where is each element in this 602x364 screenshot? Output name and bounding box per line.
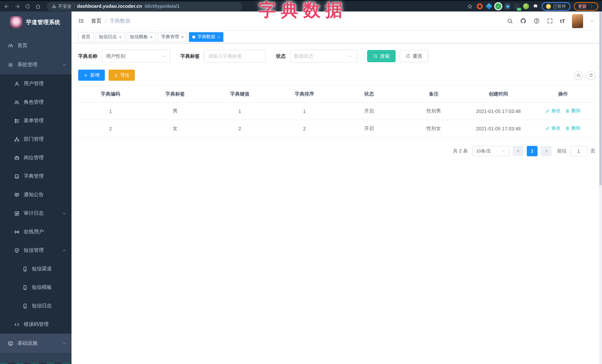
dict-name-value: 用户性别 bbox=[106, 53, 125, 59]
tab-首页[interactable]: 首页 bbox=[78, 32, 94, 42]
org-tree-icon bbox=[14, 136, 20, 142]
collapse-sidebar-icon[interactable] bbox=[78, 18, 85, 24]
extension-blue-gem-icon[interactable] bbox=[486, 3, 492, 10]
tab-短信日志[interactable]: 短信日志× bbox=[96, 32, 125, 42]
cell-label: 女 bbox=[143, 120, 207, 137]
sidebar-item-label: 岗位管理 bbox=[24, 154, 44, 161]
browser-forward-icon[interactable] bbox=[13, 2, 22, 11]
warning-icon bbox=[52, 4, 56, 9]
scrollbar-thumb[interactable] bbox=[599, 11, 602, 186]
dict-label-label: 字典标签 bbox=[180, 53, 200, 59]
sidebar-item[interactable]: 短信管理 bbox=[0, 241, 72, 260]
sidebar-item[interactable]: 角色管理 bbox=[0, 93, 72, 112]
cell-status: 开启 bbox=[337, 102, 401, 120]
browser-menu-icon[interactable]: ⋮ bbox=[590, 4, 594, 9]
sidebar-item[interactable]: 岗位管理 bbox=[0, 148, 72, 167]
address-bar[interactable]: 不安全 dashboard.yudao.iocoder.cn/dict/type… bbox=[47, 2, 242, 11]
sidebar-item[interactable]: 基础设施 bbox=[0, 334, 72, 353]
sidebar-item[interactable]: 部门管理 bbox=[0, 130, 72, 148]
sidebar-item[interactable]: 错误码管理 bbox=[0, 315, 72, 334]
security-warning[interactable]: 不安全 bbox=[52, 3, 72, 10]
sidebar-item[interactable]: 系统管理 bbox=[0, 55, 72, 74]
search-icon[interactable] bbox=[507, 18, 513, 24]
delete-link[interactable]: 删除 bbox=[566, 125, 581, 132]
update-browser-pill[interactable]: 更新 ⋮ bbox=[574, 2, 598, 10]
sidebar-item[interactable]: 通知公告 bbox=[0, 186, 72, 204]
browser-home-icon[interactable] bbox=[33, 2, 42, 11]
add-button[interactable]: 新增 bbox=[78, 70, 105, 81]
status-placeholder: 数据状态 bbox=[294, 53, 313, 59]
close-tab-icon[interactable]: × bbox=[150, 35, 153, 39]
sidebar-item[interactable]: 审计日志 bbox=[0, 204, 72, 223]
goto-page-input[interactable] bbox=[570, 146, 587, 156]
browser-back-icon[interactable] bbox=[2, 2, 11, 11]
extension-proxy-icon[interactable]: on bbox=[514, 3, 520, 9]
search-icon bbox=[373, 54, 378, 59]
font-size-icon[interactable]: tT bbox=[560, 18, 565, 24]
extension-orange-ring-icon[interactable] bbox=[477, 3, 483, 9]
bookmark-star-icon[interactable] bbox=[466, 3, 473, 10]
user-avatar[interactable] bbox=[572, 14, 583, 28]
edit-link[interactable]: 修改 bbox=[546, 125, 561, 132]
close-tab-icon[interactable]: × bbox=[181, 35, 184, 39]
sidebar-item[interactable]: 短信日志 bbox=[0, 297, 72, 315]
extension-green-check-icon[interactable]: ✓ bbox=[495, 3, 501, 9]
extensions-puzzle-icon[interactable] bbox=[532, 3, 538, 9]
sidebar-item-label: 短信管理 bbox=[24, 247, 44, 254]
dict-name-select[interactable]: 用户性别 bbox=[101, 50, 171, 62]
fullscreen-icon[interactable] bbox=[547, 18, 553, 24]
sidebar-item[interactable]: 短信渠道 bbox=[0, 260, 72, 278]
status-select[interactable]: 数据状态 bbox=[290, 50, 357, 62]
security-label: 不安全 bbox=[58, 3, 72, 10]
sidebar-item[interactable]: 菜单管理 bbox=[0, 112, 72, 130]
dict-label-input[interactable]: 请输入字典标签 bbox=[204, 50, 266, 62]
sidebar-item[interactable]: 首页 bbox=[0, 36, 72, 55]
search-button[interactable]: 搜索 bbox=[367, 50, 396, 62]
page-suffix: 页 bbox=[591, 148, 595, 154]
app-logo-row[interactable]: 芋道管理系统 bbox=[0, 11, 72, 33]
page: 不安全 dashboard.yudao.iocoder.cn/dict/type… bbox=[0, 0, 602, 364]
online-icon bbox=[14, 229, 20, 235]
sidebar-item[interactable]: 短信模板 bbox=[0, 278, 72, 297]
toggle-search-button[interactable] bbox=[574, 71, 583, 79]
column-header: 状态 bbox=[337, 86, 401, 102]
paused-profile-pill[interactable]: 已暂停 bbox=[542, 2, 570, 10]
gear-icon bbox=[8, 62, 13, 68]
export-button[interactable]: 导出 bbox=[108, 70, 135, 81]
chevron-up-icon bbox=[62, 248, 66, 252]
close-tab-icon[interactable]: × bbox=[217, 35, 220, 39]
refresh-table-button[interactable] bbox=[587, 71, 595, 79]
menu-list-icon bbox=[14, 118, 20, 124]
browser-reload-icon[interactable] bbox=[23, 2, 32, 11]
edit-link[interactable]: 修改 bbox=[546, 108, 561, 114]
page-size-select[interactable]: 10条/页 bbox=[472, 146, 509, 156]
dashboard-icon bbox=[8, 43, 13, 48]
cell-remark: 性别女 bbox=[401, 120, 466, 137]
breadcrumb-home[interactable]: 首页 bbox=[91, 18, 101, 24]
help-icon[interactable] bbox=[533, 18, 540, 24]
prev-page-button[interactable] bbox=[513, 146, 524, 156]
page-scrollbar[interactable] bbox=[599, 11, 602, 364]
app-title: 芋道管理系统 bbox=[26, 19, 60, 26]
tab-字典数据[interactable]: 字典数据× bbox=[189, 32, 223, 42]
github-icon[interactable] bbox=[520, 18, 527, 24]
page-1-button[interactable]: 1 bbox=[527, 146, 538, 156]
column-header: 操作 bbox=[531, 86, 595, 102]
tab-短信模板[interactable]: 短信模板× bbox=[127, 32, 156, 42]
sidebar-menu: 首页系统管理用户管理角色管理菜单管理部门管理岗位管理字典管理通知公告审计日志在线… bbox=[0, 33, 72, 353]
delete-link[interactable]: 删除 bbox=[566, 108, 581, 114]
tab-字典管理[interactable]: 字典管理× bbox=[158, 32, 187, 42]
sidebar-item[interactable]: 用户管理 bbox=[0, 74, 72, 93]
sidebar-item[interactable]: 字典管理 bbox=[0, 167, 72, 186]
reset-button[interactable]: 重置 bbox=[400, 50, 428, 62]
main-area: 首页 / 字典数据 tT 首页短信日志×短信模板×字典管理×字典数据× bbox=[72, 11, 602, 364]
chevron-down-icon[interactable] bbox=[590, 19, 594, 23]
sidebar-item[interactable]: 在线用户 bbox=[0, 223, 72, 241]
column-header: 字典排序 bbox=[272, 86, 337, 102]
sidebar-item-label: 用户管理 bbox=[24, 80, 44, 87]
extension-slider-icon[interactable] bbox=[505, 3, 510, 9]
next-page-button[interactable] bbox=[541, 146, 552, 156]
on-badge: on bbox=[517, 8, 521, 11]
extension-green-icon[interactable] bbox=[523, 3, 529, 9]
close-tab-icon[interactable]: × bbox=[119, 35, 121, 39]
